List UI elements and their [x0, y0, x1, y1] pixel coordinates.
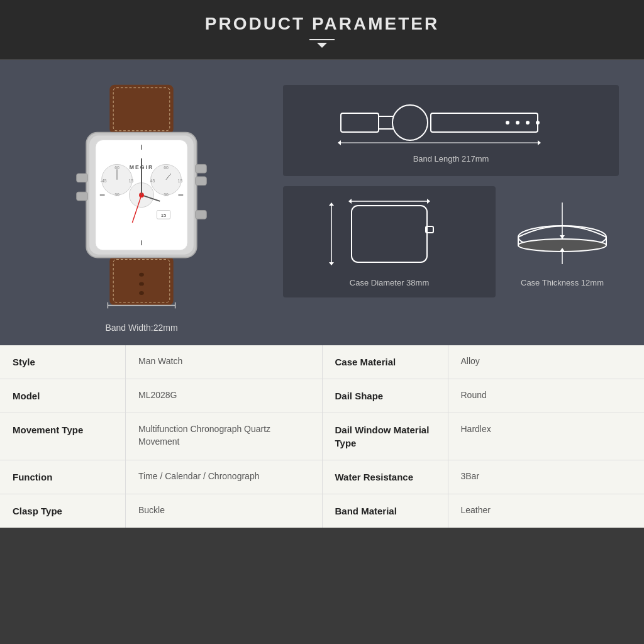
case-thickness-label: Case Thickness 12mm	[521, 278, 604, 287]
param-value-left-0: Man Watch	[126, 345, 323, 379]
params-table: Style Man Watch Case Material Alloy Mode…	[0, 345, 644, 528]
table-row: Clasp Type Buckle Band Material Leather	[0, 494, 644, 528]
param-value-right-2: Hardlex	[448, 413, 645, 460]
case-diameter-label: Case Diameter 38mm	[350, 278, 429, 287]
svg-rect-9	[77, 174, 88, 182]
svg-text:60: 60	[114, 165, 119, 170]
svg-point-44	[392, 105, 428, 140]
svg-rect-11	[196, 164, 207, 173]
band-width-label: Band Width:22mm	[105, 323, 177, 333]
table-row: Movement Type Multifunction Chronograph …	[0, 413, 644, 460]
svg-rect-55	[352, 206, 427, 262]
param-label-left-3: Function	[0, 460, 126, 494]
svg-point-51	[536, 121, 540, 125]
watch-illustration: 15 MEGIR 60 -45 30 15 60 45 30 15	[35, 79, 248, 318]
svg-text:30: 30	[114, 192, 119, 197]
svg-text:15: 15	[129, 179, 134, 183]
param-label-right-0: Case Material	[323, 345, 448, 379]
svg-text:30: 30	[164, 192, 169, 197]
svg-marker-62	[329, 262, 334, 265]
svg-rect-43	[341, 113, 379, 132]
header-arrow-icon	[317, 43, 327, 48]
param-value-left-3: Time / Calendar / Chronograph	[126, 460, 323, 494]
case-thickness-box: Case Thickness 12mm	[506, 186, 619, 297]
header-underline	[309, 39, 335, 40]
svg-point-49	[516, 121, 519, 125]
svg-marker-61	[329, 203, 334, 206]
param-value-right-0: Alloy	[448, 345, 645, 379]
svg-text:45: 45	[150, 179, 155, 183]
svg-point-5	[139, 282, 144, 286]
specs-container: Band Length 217mm	[283, 79, 619, 333]
param-label-right-1: Dail Shape	[323, 379, 448, 413]
param-value-left-2: Multifunction Chronograph Quartz Movemen…	[126, 413, 323, 460]
svg-marker-53	[338, 140, 341, 145]
case-specs: Case Diameter 38mm	[283, 186, 619, 297]
svg-rect-2	[109, 257, 173, 306]
svg-rect-12	[196, 177, 207, 186]
svg-point-6	[139, 291, 144, 295]
svg-text:15: 15	[161, 213, 167, 218]
svg-marker-58	[348, 199, 352, 204]
param-label-left-4: Clasp Type	[0, 494, 126, 528]
param-label-right-3: Water Resistance	[323, 460, 448, 494]
svg-point-50	[526, 121, 530, 125]
table-row: Model ML2028G Dail Shape Round	[0, 379, 644, 413]
svg-point-48	[506, 121, 509, 125]
svg-marker-54	[538, 140, 541, 145]
svg-text:15: 15	[178, 179, 183, 183]
param-label-left-2: Movement Type	[0, 413, 126, 460]
page-header: PRODUCT PARAMETER	[0, 0, 644, 60]
svg-text:MEGIR: MEGIR	[130, 164, 153, 170]
param-label-right-4: Band Material	[323, 494, 448, 528]
band-length-label: Band Length 217mm	[413, 154, 489, 164]
page-title: PRODUCT PARAMETER	[0, 14, 644, 34]
case-diameter-diagram	[326, 196, 452, 272]
svg-rect-45	[431, 113, 538, 132]
svg-marker-59	[427, 199, 430, 204]
param-label-left-0: Style	[0, 345, 126, 379]
param-value-right-1: Round	[448, 379, 645, 413]
param-value-left-1: ML2028G	[126, 379, 323, 413]
param-label-right-2: Dail Window Material Type	[323, 413, 448, 460]
product-section: 15 MEGIR 60 -45 30 15 60 45 30 15 Band W…	[0, 60, 644, 345]
param-value-left-4: Buckle	[126, 494, 323, 528]
case-diameter-box: Case Diameter 38mm	[283, 186, 496, 297]
band-length-spec: Band Length 217mm	[283, 85, 619, 176]
table-row: Style Man Watch Case Material Alloy	[0, 345, 644, 379]
svg-rect-10	[77, 192, 88, 201]
svg-rect-13	[196, 210, 207, 219]
param-value-right-4: Leather	[448, 494, 645, 528]
param-value-right-3: 3Bar	[448, 460, 645, 494]
band-length-diagram	[338, 97, 564, 148]
table-row: Function Time / Calendar / Chronograph W…	[0, 460, 644, 494]
case-thickness-diagram	[512, 196, 613, 272]
watch-container: 15 MEGIR 60 -45 30 15 60 45 30 15 Band W…	[25, 79, 258, 333]
svg-rect-0	[109, 85, 173, 134]
svg-point-4	[139, 273, 144, 277]
param-label-left-1: Model	[0, 379, 126, 413]
svg-text:60: 60	[164, 165, 169, 170]
svg-text:-45: -45	[101, 179, 107, 183]
